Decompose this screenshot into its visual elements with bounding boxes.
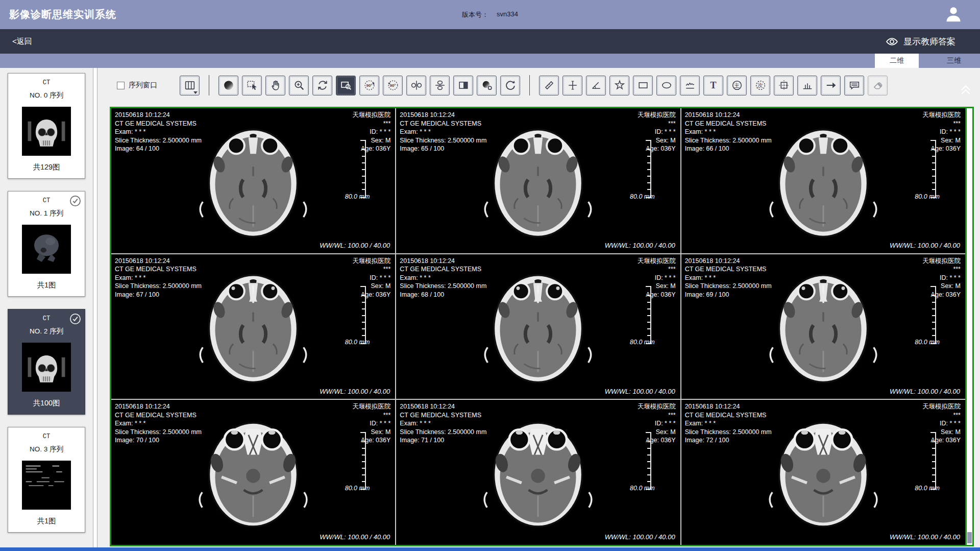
overlay-device: CT GE MEDICAL SYSTEMS bbox=[115, 411, 202, 420]
overlay-top-right: 天堰模拟医院 *** ID: * * * Sex: M Age: 036Y bbox=[922, 402, 961, 445]
flip-vertical-button[interactable] bbox=[430, 76, 450, 95]
overlay-top-left: 20150618 10:12:24 CT GE MEDICAL SYSTEMS … bbox=[115, 402, 202, 445]
zoom-in-button[interactable] bbox=[289, 76, 309, 95]
layout-columns-button[interactable] bbox=[180, 76, 200, 95]
viewer-cell[interactable]: 20150618 10:12:24 CT GE MEDICAL SYSTEMS … bbox=[396, 108, 680, 253]
overlay-datetime: 20150618 10:12:24 bbox=[115, 111, 202, 119]
overlay-top-left: 20150618 10:12:24 CT GE MEDICAL SYSTEMS … bbox=[685, 257, 772, 299]
main-panel: 序列窗口 90°90° T主次 20150618 10:12:24 CT GE … bbox=[97, 68, 980, 551]
ct-slice-image bbox=[753, 402, 893, 543]
viewer-cell[interactable]: 20150618 10:12:24 CT GE MEDICAL SYSTEMS … bbox=[111, 108, 395, 253]
window-level-readout: WW/WL: 100.00 / 40.00 bbox=[605, 533, 675, 542]
pseudo-color-button[interactable] bbox=[477, 76, 497, 95]
overlay-device: CT GE MEDICAL SYSTEMS bbox=[115, 119, 202, 128]
series-image-count: 共1图 bbox=[8, 280, 85, 290]
viewer-cell[interactable]: 20150618 10:12:24 CT GE MEDICAL SYSTEMS … bbox=[681, 254, 965, 399]
tab-2d[interactable]: 二维 bbox=[875, 54, 919, 68]
overlay-patient-id: ID: * * * bbox=[638, 128, 676, 136]
reset-button[interactable] bbox=[500, 76, 520, 95]
rotate-ccw-90-button[interactable]: 90° bbox=[359, 76, 379, 95]
viewer-scrollbar-thumb[interactable] bbox=[967, 532, 972, 543]
series-card[interactable]: CT NO. 1 序列 共1图 bbox=[8, 191, 85, 297]
series-name: NO. 2 序列 bbox=[8, 327, 85, 336]
window-level-button[interactable] bbox=[218, 76, 238, 95]
rect-roi-button[interactable] bbox=[633, 76, 653, 95]
ct-slice-image bbox=[753, 256, 893, 397]
series-window-checkbox[interactable] bbox=[117, 82, 125, 89]
ellipse-roi-button[interactable] bbox=[656, 76, 676, 95]
secondary-marker-button[interactable]: 次 bbox=[750, 76, 770, 95]
viewer-cell[interactable]: 20150618 10:12:24 CT GE MEDICAL SYSTEMS … bbox=[111, 254, 395, 399]
center-locate-icon bbox=[777, 79, 790, 92]
overlay-patient-name: *** bbox=[352, 265, 390, 274]
viewer-cell[interactable]: 20150618 10:12:24 CT GE MEDICAL SYSTEMS … bbox=[681, 108, 965, 253]
window-level-readout: WW/WL: 100.00 / 40.00 bbox=[320, 242, 390, 250]
overlay-exam: Exam: * * * bbox=[115, 274, 202, 282]
series-card[interactable]: CT NO. 2 序列 共100图 bbox=[8, 309, 85, 415]
select-button[interactable] bbox=[242, 76, 262, 95]
series-window-label: 序列窗口 bbox=[129, 81, 157, 90]
length-button[interactable] bbox=[539, 76, 559, 95]
window-level-readout: WW/WL: 100.00 / 40.00 bbox=[605, 242, 675, 250]
app-title: 影像诊断思维实训系统 bbox=[9, 8, 116, 21]
viewer-grid: 20150618 10:12:24 CT GE MEDICAL SYSTEMS … bbox=[111, 108, 965, 545]
overlay-patient-id: ID: * * * bbox=[352, 128, 390, 136]
main-marker-button[interactable]: 主 bbox=[727, 76, 747, 95]
overlay-datetime: 20150618 10:12:24 bbox=[400, 111, 486, 119]
overlay-top-left: 20150618 10:12:24 CT GE MEDICAL SYSTEMS … bbox=[685, 402, 772, 445]
viewer-cell[interactable]: 20150618 10:12:24 CT GE MEDICAL SYSTEMS … bbox=[396, 400, 680, 545]
overlay-top-left: 20150618 10:12:24 CT GE MEDICAL SYSTEMS … bbox=[400, 257, 486, 299]
version-label: 版本号： bbox=[462, 10, 488, 19]
overlay-top-right: 天堰模拟医院 *** ID: * * * Sex: M Age: 036Y bbox=[638, 402, 676, 445]
series-selected-check-icon bbox=[69, 313, 81, 325]
text-button[interactable]: T bbox=[703, 76, 723, 95]
overlay-top-left: 20150618 10:12:24 CT GE MEDICAL SYSTEMS … bbox=[115, 257, 202, 299]
eraser-button[interactable] bbox=[868, 76, 888, 95]
back-button[interactable]: <返回 bbox=[9, 36, 35, 47]
overlay-image-number: Image: 72 / 100 bbox=[685, 436, 772, 445]
series-name: NO. 3 序列 bbox=[8, 445, 85, 454]
overlay-age: Age: 036Y bbox=[352, 145, 390, 153]
overlay-datetime: 20150618 10:12:24 bbox=[400, 257, 486, 266]
ct-slice-image bbox=[468, 256, 608, 397]
series-card[interactable]: CT NO. 3 序列 共1图 bbox=[8, 427, 85, 533]
rotate-cw-90-button[interactable]: 90° bbox=[383, 76, 403, 95]
viewer-cell[interactable]: 20150618 10:12:24 CT GE MEDICAL SYSTEMS … bbox=[396, 254, 680, 399]
overlay-hospital: 天堰模拟医院 bbox=[638, 257, 676, 266]
histogram-button[interactable] bbox=[797, 76, 817, 95]
viewer-cell[interactable]: 20150618 10:12:24 CT GE MEDICAL SYSTEMS … bbox=[681, 400, 965, 545]
overlay-image-number: Image: 69 / 100 bbox=[685, 291, 772, 299]
user-avatar-icon[interactable] bbox=[944, 5, 963, 24]
main-marker-label: 主 bbox=[727, 76, 746, 95]
series-card[interactable]: CT NO. 0 序列 共129图 bbox=[8, 73, 85, 179]
curve-button[interactable] bbox=[680, 76, 700, 95]
overlay-age: Age: 036Y bbox=[638, 436, 676, 445]
viewer-scrollbar[interactable] bbox=[965, 108, 972, 545]
overlay-sex: Sex: M bbox=[352, 282, 390, 291]
star-button[interactable] bbox=[609, 76, 629, 95]
invert-button[interactable] bbox=[453, 76, 473, 95]
collapse-toolbar-icon[interactable] bbox=[957, 81, 975, 98]
center-locate-button[interactable] bbox=[774, 76, 794, 95]
viewer-cell[interactable]: 20150618 10:12:24 CT GE MEDICAL SYSTEMS … bbox=[111, 400, 395, 545]
scale-label: 80.0 mm bbox=[345, 484, 370, 493]
scale-label: 80.0 mm bbox=[345, 338, 370, 347]
view-mode-tabs: 二维 三维 bbox=[0, 54, 980, 68]
scale-ruler bbox=[930, 432, 936, 490]
overlay-patient-id: ID: * * * bbox=[922, 419, 961, 428]
overlay-sex: Sex: M bbox=[638, 136, 676, 145]
series-window-toggle[interactable]: 序列窗口 bbox=[117, 81, 157, 90]
window-level-readout: WW/WL: 100.00 / 40.00 bbox=[320, 388, 390, 396]
overlay-device: CT GE MEDICAL SYSTEMS bbox=[115, 265, 202, 274]
comment-button[interactable] bbox=[844, 76, 864, 95]
angle-button[interactable] bbox=[586, 76, 606, 95]
show-teacher-answer-button[interactable]: 显示教师答案 bbox=[883, 35, 959, 49]
zoom-region-button[interactable] bbox=[336, 76, 356, 95]
arrow-button[interactable] bbox=[821, 76, 841, 95]
refresh-button[interactable] bbox=[312, 76, 332, 95]
flip-horizontal-button[interactable] bbox=[406, 76, 426, 95]
point-button[interactable] bbox=[562, 76, 582, 95]
overlay-image-number: Image: 68 / 100 bbox=[400, 291, 486, 299]
pan-button[interactable] bbox=[265, 76, 285, 95]
tab-3d[interactable]: 三维 bbox=[932, 54, 976, 68]
